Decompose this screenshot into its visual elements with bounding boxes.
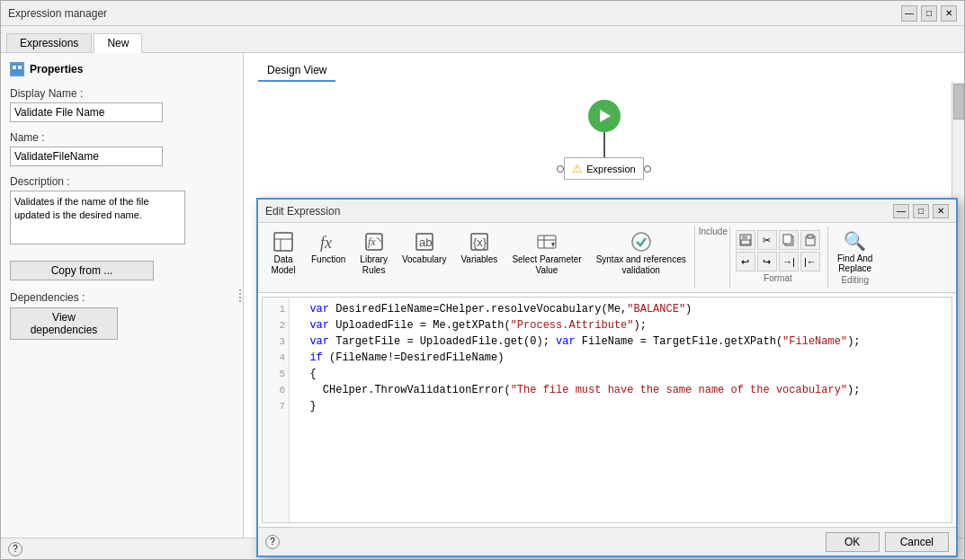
dialog-help-icon[interactable]: ? [265, 535, 280, 549]
format-cut-button[interactable]: ✂ [757, 230, 777, 250]
code-line-4: if (FileName!=DesiredFileName) [297, 350, 944, 366]
tab-expressions[interactable]: Expressions [6, 33, 92, 52]
find-replace-button[interactable]: 🔍 Find AndReplace Editing [827, 227, 881, 289]
toolbar-select-parameter[interactable]: Select ParameterValue [505, 227, 587, 289]
dialog-close-button[interactable]: ✕ [933, 204, 949, 218]
flow-start-node [588, 100, 621, 132]
line-num-7: 7 [263, 398, 289, 414]
name-input[interactable] [10, 147, 163, 166]
code-line-5: { [297, 366, 944, 382]
code-line-2: var UploadedFile = Me.getXPath("Process.… [297, 317, 944, 333]
format-outdent-button[interactable]: |← [800, 252, 820, 271]
svg-rect-24 [783, 235, 791, 244]
select-parameter-label: Select ParameterValue [512, 254, 581, 276]
dialog-title-bar: Edit Expression — □ ✕ [258, 200, 956, 223]
dialog-maximize-button[interactable]: □ [913, 204, 929, 218]
title-bar: Expression manager — □ ✕ [1, 1, 964, 26]
format-indent-button[interactable]: →| [779, 252, 799, 271]
svg-text:{x}: {x} [473, 236, 487, 249]
function-label: Function [311, 254, 345, 265]
dialog-controls: — □ ✕ [893, 204, 949, 218]
window-title: Expression manager [8, 7, 901, 20]
toolbar-library-rules[interactable]: fx LibraryRules [353, 227, 394, 289]
format-buttons-row1: ✂ [736, 230, 820, 250]
description-label: Description : [10, 175, 234, 188]
line-num-3: 3 [263, 333, 289, 350]
line-num-5: 5 [263, 366, 289, 382]
display-name-input[interactable] [10, 102, 163, 122]
format-group: ✂ ↩ ↪ →| |← Format [729, 227, 826, 289]
svg-rect-26 [808, 235, 813, 238]
library-rules-label: LibraryRules [360, 254, 388, 276]
cancel-button[interactable]: Cancel [885, 532, 949, 552]
dialog-toolbar: DataModel fx Function fx LibraryRules ab [258, 223, 956, 293]
format-copy-button[interactable] [779, 230, 799, 250]
code-line-3: var TargetFile = UploadedFile.get(0); va… [297, 333, 944, 350]
svg-text:ab: ab [419, 236, 432, 249]
close-button[interactable]: ✕ [941, 5, 957, 22]
format-undo-button[interactable]: ↩ [736, 252, 755, 271]
toolbar-function[interactable]: fx Function [305, 227, 352, 289]
format-redo-button[interactable]: ↪ [757, 252, 777, 271]
code-editor[interactable]: 1 2 3 4 5 6 7 var DesiredFileName=CHelpe… [262, 297, 952, 523]
format-buttons-row2: ↩ ↪ →| |← [736, 252, 820, 271]
minimize-button[interactable]: — [901, 5, 917, 22]
syntax-refs-label: Syntax and referencesvalidation [596, 254, 686, 276]
editing-label: Editing [841, 275, 869, 285]
toolbar-variables[interactable]: {x} Variables [454, 227, 504, 289]
ok-button[interactable]: OK [826, 532, 880, 552]
description-text: Validates if the name of the file update… [10, 191, 185, 244]
maximize-button[interactable]: □ [921, 5, 937, 22]
svg-text:fx: fx [320, 234, 332, 252]
flow-connector-1 [603, 132, 605, 157]
dependencies-label: Dependencies : [10, 291, 234, 304]
code-line-1: var DesiredFileName=CHelper.resolveVocab… [297, 301, 944, 317]
vocabulary-label: Vocabulary [402, 254, 446, 265]
svg-rect-4 [274, 233, 292, 251]
include-section: Include [694, 227, 728, 289]
syntax-refs-icon [630, 231, 652, 253]
expression-node-label: Expression [586, 164, 635, 174]
scrollbar-thumb[interactable] [953, 84, 964, 120]
toolbar-vocabulary[interactable]: ab Vocabulary [396, 227, 452, 289]
library-rules-icon: fx [363, 231, 385, 253]
format-label: Format [736, 273, 820, 283]
flow-diagram: ⚠ Expression [244, 82, 964, 198]
panel-title: Properties [30, 63, 83, 76]
include-label: Include [699, 227, 728, 236]
name-group: Name : [10, 131, 234, 166]
dialog-action-buttons: OK Cancel [826, 532, 949, 552]
find-replace-label: Find AndReplace [837, 253, 872, 273]
resize-dots-icon [239, 289, 241, 302]
help-icon[interactable]: ? [8, 542, 22, 556]
svg-text:fx: fx [368, 236, 376, 248]
line-num-1: 1 [263, 301, 289, 317]
code-content[interactable]: var DesiredFileName=CHelper.resolveVocab… [290, 298, 952, 522]
svg-marker-3 [600, 110, 611, 122]
dialog-minimize-button[interactable]: — [893, 204, 909, 218]
copy-from-button[interactable]: Copy from ... [10, 261, 154, 280]
tab-new[interactable]: New [94, 33, 142, 53]
tab-bar: Expressions New [1, 26, 964, 53]
design-view-tab[interactable]: Design View [258, 60, 335, 82]
function-icon: fx [317, 231, 339, 253]
view-dependencies-button[interactable]: View dependencies [10, 307, 118, 340]
dialog-title: Edit Expression [265, 205, 893, 218]
variables-icon: {x} [469, 231, 490, 253]
find-replace-icon: 🔍 [844, 230, 866, 252]
line-num-6: 6 [263, 382, 289, 398]
code-line-7: } [297, 398, 944, 414]
format-paste-button[interactable] [800, 230, 820, 250]
expression-node[interactable]: ⚠ Expression [564, 157, 643, 180]
resize-handle[interactable] [237, 53, 243, 538]
name-label: Name : [10, 131, 234, 144]
toolbar-data-model[interactable]: DataModel [264, 227, 303, 289]
dialog-bottom-bar: ? OK Cancel [258, 527, 956, 556]
code-line-6: CHelper.ThrowValidationError("The file m… [297, 382, 944, 398]
format-save-button[interactable] [736, 230, 755, 250]
line-num-4: 4 [263, 350, 289, 366]
line-numbers: 1 2 3 4 5 6 7 [263, 298, 290, 522]
toolbar-syntax-refs[interactable]: Syntax and referencesvalidation [590, 227, 692, 289]
display-name-group: Display Name : [10, 87, 234, 122]
variables-label: Variables [460, 254, 497, 265]
